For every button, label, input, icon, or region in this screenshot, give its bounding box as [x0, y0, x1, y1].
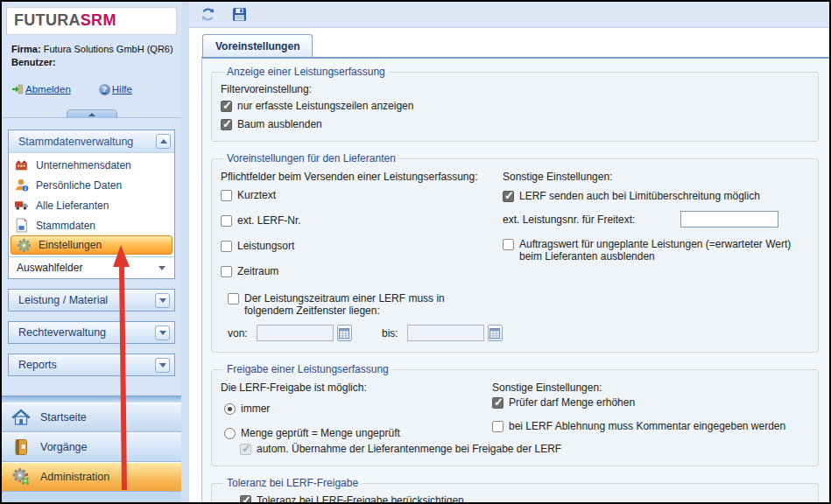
sidebar-item-einstellungen[interactable]: Einstellungen: [11, 235, 173, 255]
calendar-icon: [339, 328, 349, 339]
help-link[interactable]: Hilfe: [99, 83, 132, 95]
home-icon: [11, 408, 31, 427]
von-date-input: [257, 325, 334, 341]
nav-separator: [2, 396, 181, 402]
chevron-down-icon: [159, 298, 166, 303]
checkbox-label: Leistungsort: [237, 240, 294, 252]
gear-icon: [17, 238, 32, 253]
sidebar-section-reports[interactable]: Reports: [8, 354, 175, 376]
help-icon: [99, 84, 110, 95]
filter-heading: Filtervoreinstellung:: [221, 83, 809, 95]
truck-icon: [14, 198, 29, 213]
document-icon: [14, 218, 29, 233]
brand-srm: SRM: [81, 11, 116, 29]
save-icon: [232, 7, 247, 22]
building-icon: [14, 158, 29, 172]
nav-item-startseite[interactable]: Startseite: [2, 402, 181, 432]
checkbox-label: autom. Übernahme der Lieferantenmenge be…: [257, 443, 561, 455]
checkbox-label: Auftragswert für ungeplante Leistungen (…: [519, 238, 809, 262]
menu-collapse-button[interactable]: [156, 134, 171, 149]
top-panel-collapse-strip: [2, 107, 181, 118]
menu-header-stammdatenverwaltung[interactable]: Stammdatenverwaltung: [9, 130, 174, 153]
freitext-input[interactable]: [680, 211, 778, 228]
save-button[interactable]: [230, 6, 248, 24]
section-label: Reports: [18, 359, 57, 371]
chevron-down-icon: [159, 331, 166, 335]
checkbox-label: Toleranz bei LERF-Freigabe berücksichtig…: [257, 494, 464, 502]
freigabe-heading: Die LERF-Freigabe ist möglich:: [221, 382, 492, 394]
radio-menge-geprueft[interactable]: [224, 428, 236, 439]
checkbox-auftragswert[interactable]: [503, 239, 514, 250]
checkbox-label: Prüfer darf Menge erhöhen: [509, 396, 635, 409]
sonstige-heading-2: Sonstige Einstellungen:: [492, 382, 809, 394]
section-legend: Voreinstellungen für den Lieferanten: [223, 152, 399, 164]
menu-item-label: Einstellungen: [39, 239, 102, 251]
checkbox-label: Der Leistungszeitraum einer LERF muss in…: [244, 292, 463, 317]
section-label: Leistung / Material: [18, 294, 108, 306]
sidebar-item-persoenliche-daten[interactable]: Persönliche Daten: [9, 175, 174, 195]
nav-item-vorgaenge[interactable]: Vorgänge: [2, 432, 181, 462]
checkbox-nur-erfasste[interactable]: [221, 101, 232, 112]
checkbox-label: nur erfasste Leistungszeilen anzeigen: [237, 100, 413, 112]
section-toleranz: Toleranz bei LERF-Freigabe Toleranz bei …: [211, 477, 819, 502]
sidebar-item-stammdaten[interactable]: Stammdaten: [9, 215, 174, 235]
checkbox-label: Baum ausblenden: [237, 118, 322, 130]
tab-voreinstellungen[interactable]: Voreinstellungen: [202, 34, 313, 57]
checkbox-toleranz[interactable]: [240, 495, 251, 502]
sidebar-section-leistung-material[interactable]: Leistung / Material: [8, 289, 175, 312]
person-icon: [14, 178, 29, 192]
chevron-up-icon: [160, 139, 167, 144]
sidebar-section-rechteverwaltung[interactable]: Rechteverwaltung: [8, 321, 175, 344]
section-expand-button[interactable]: [155, 326, 170, 340]
bottom-nav: Startseite Vorgänge Administration: [2, 396, 181, 502]
nav-filler: [2, 492, 181, 502]
section-expand-button[interactable]: [155, 293, 170, 308]
sonstige-heading: Sonstige Einstellungen:: [503, 171, 809, 183]
collapse-up-icon: [88, 113, 95, 116]
checkbox-ext-lerf-nr[interactable]: [221, 215, 232, 227]
radio-label: immer: [241, 402, 270, 415]
freitext-label: ext. Leistungsnr. für Freitext:: [503, 214, 635, 226]
tab-bar: Voreinstellungen: [189, 28, 829, 57]
section-anzeige: Anzeige einer Leistungserfassung Filterv…: [211, 66, 819, 142]
refresh-button[interactable]: [199, 6, 216, 24]
menu-item-label: Unternehmensdaten: [36, 159, 131, 172]
help-label: Hilfe: [112, 84, 132, 94]
radio-immer[interactable]: [224, 403, 236, 415]
company-label: Firma:: [11, 44, 41, 54]
collapse-handle[interactable]: [67, 109, 117, 118]
session-info: Firma: Futura Solutions GmbH (QR6) Benut…: [2, 35, 181, 69]
sidebar-item-alle-lieferanten[interactable]: Alle Lieferanten: [9, 195, 174, 215]
checkbox-zeitraum[interactable]: [221, 266, 232, 277]
bis-calendar-button[interactable]: [488, 325, 503, 341]
logout-icon: [11, 83, 24, 95]
checkbox-lerf-ablehnung-kommentar[interactable]: [492, 421, 504, 432]
nav-item-administration[interactable]: Administration: [2, 462, 181, 492]
checkbox-leistungsort[interactable]: [221, 241, 232, 252]
checkbox-autom-uebernahme: [240, 444, 251, 455]
von-calendar-button[interactable]: [337, 325, 352, 341]
checkbox-zeitfenster[interactable]: [228, 293, 239, 304]
logout-link[interactable]: Abmelden: [11, 83, 71, 95]
nav-label: Vorgänge: [40, 441, 88, 453]
section-legend: Anzeige einer Leistungserfassung: [223, 66, 389, 78]
checkbox-kurztext[interactable]: [221, 190, 232, 201]
section-legend: Toleranz bei LERF-Freigabe: [223, 477, 362, 489]
checkbox-label: ext. LERF-Nr.: [237, 214, 301, 227]
sidebar-item-unternehmensdaten[interactable]: Unternehmensdaten: [9, 155, 174, 175]
sidebar-item-auswahlfelder[interactable]: Auswahlfelder: [9, 256, 174, 278]
nav-label: Startseite: [40, 411, 87, 424]
menu-item-label: Persönliche Daten: [36, 179, 122, 192]
checkbox-lerf-senden-limit[interactable]: [503, 191, 514, 202]
tab-label: Voreinstellungen: [215, 40, 299, 52]
pflichtfelder-heading: Pflichtfelder beim Versenden einer Leist…: [221, 171, 503, 183]
brand-futura: FUTURA: [14, 11, 81, 29]
app-window: FUTURASRM Firma: Futura Solutions GmbH (…: [0, 0, 831, 504]
sidebar-splitter[interactable]: [181, 2, 189, 502]
checkbox-baum-ausblenden[interactable]: [221, 119, 232, 130]
checkbox-pruefer-menge[interactable]: [492, 397, 504, 409]
checkbox-label: bei LERF Ablehnung muss Kommentar eingeg…: [509, 420, 785, 432]
nav-label: Administration: [40, 471, 109, 483]
section-expand-button[interactable]: [155, 358, 170, 373]
menu-header-label: Stammdatenverwaltung: [18, 136, 133, 148]
